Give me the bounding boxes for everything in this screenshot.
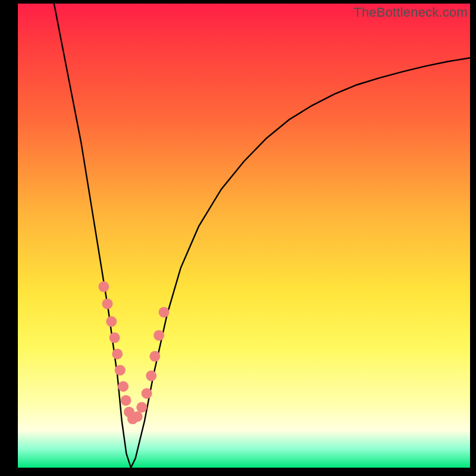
highlight-dot bbox=[102, 299, 113, 309]
highlight-dot bbox=[106, 316, 117, 327]
highlight-dot bbox=[109, 333, 120, 343]
highlight-dot bbox=[142, 388, 152, 399]
highlight-dot bbox=[115, 365, 126, 375]
highlight-dot bbox=[98, 281, 109, 292]
highlight-dot bbox=[146, 371, 156, 381]
highlight-dot bbox=[132, 411, 143, 422]
curve-overlay bbox=[18, 4, 470, 468]
highlight-dots-group bbox=[98, 281, 169, 424]
highlight-dot bbox=[136, 402, 147, 413]
highlight-dot bbox=[121, 395, 131, 406]
bottleneck-curve bbox=[54, 4, 470, 468]
highlight-dot bbox=[118, 381, 129, 392]
highlight-dot bbox=[159, 307, 170, 318]
highlight-dot bbox=[154, 330, 164, 341]
highlight-dot bbox=[112, 349, 123, 359]
highlight-dot bbox=[149, 351, 160, 362]
